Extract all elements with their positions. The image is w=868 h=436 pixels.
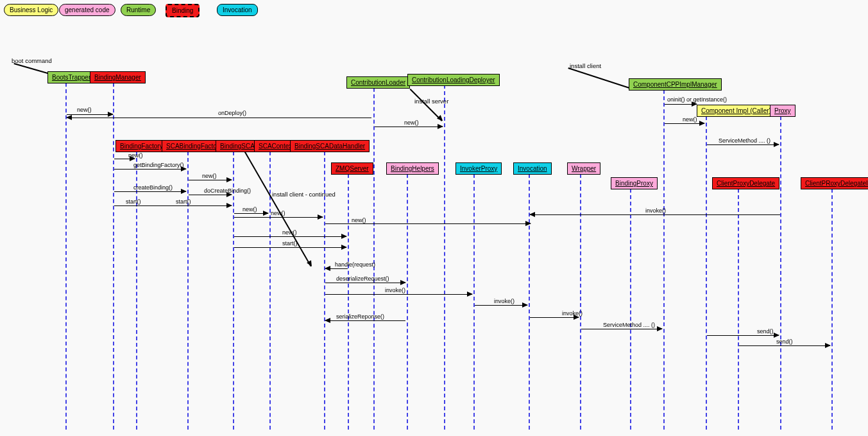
label-invoke4: invoke() <box>645 207 666 214</box>
msg-deserialize <box>325 283 405 283</box>
label-invoke1: invoke() <box>385 287 405 293</box>
label-deserialize: deserializeRequest() <box>336 275 389 282</box>
lifeline-scabindfact <box>187 152 189 430</box>
msg-servicemethod2 <box>581 329 662 329</box>
participant-componentcppimplmanager: ComponentCPPImplManager <box>629 78 722 91</box>
participant-bindingscadatahandler: BindingSCADataHandler <box>290 140 370 152</box>
lifeline-wrapper <box>580 174 581 430</box>
lifeline-clientpdimpl <box>831 189 833 430</box>
participant-zmqserver: ZMQServer <box>331 162 373 175</box>
participant-bindingproxy: BindingProxy <box>611 177 658 189</box>
participant-bindinghelpers: BindingHelpers <box>386 162 439 175</box>
msg-new-bindmgr <box>67 114 113 115</box>
participant-bindingmanager: BindingManager <box>90 71 146 83</box>
msg-serialize <box>325 320 405 321</box>
label-new1: new() <box>77 107 92 113</box>
label-createbind: createBinding() <box>133 184 173 191</box>
label-new7: new() <box>352 217 366 223</box>
label-send2: send() <box>776 338 793 345</box>
label-new2: new() <box>404 119 419 126</box>
legend-business: Business Logic <box>4 4 58 16</box>
participant-wrapper: Wrapper <box>567 162 600 175</box>
legend-runtime: Runtime <box>121 4 156 16</box>
lifeline-zmq <box>348 174 349 430</box>
participant-proxy: Proxy <box>770 105 796 117</box>
lifeline-boot <box>65 83 67 430</box>
participant-bootstrapper: BootsTrapper <box>47 71 95 83</box>
msg-invoke3 <box>530 317 579 318</box>
label-install-server: install server <box>414 98 448 105</box>
label-servicemethod: ServiceMethod .... () <box>719 137 770 144</box>
label-invoke3: invoke() <box>562 310 583 317</box>
lifeline-contribdeploy <box>444 85 445 430</box>
msg-new-bindsca <box>189 180 232 180</box>
msg-ondeploy <box>67 118 371 118</box>
lifeline-cppmgr <box>663 90 665 430</box>
participant-invocation: Invocation <box>513 162 552 175</box>
msg-invoke1 <box>325 294 472 295</box>
label-getbindfact: getBindingFactory() <box>133 162 184 168</box>
lifeline-invproxy <box>473 174 475 430</box>
label-oninit: oninit() or getInstance() <box>667 96 727 103</box>
msg-new-zmq <box>234 236 346 237</box>
lifeline-proxy <box>780 116 781 430</box>
msg-servicemethod <box>707 144 779 145</box>
msg-start-zmq <box>234 247 346 248</box>
label-new6: new() <box>271 210 285 216</box>
msg-new-scactx <box>234 213 268 214</box>
label-install-client-cont: install client - continued <box>272 191 336 198</box>
lifeline-bindhelp <box>407 174 408 430</box>
lifeline-clientpd <box>738 189 739 430</box>
label-ondeploy: onDeploy() <box>218 110 246 116</box>
msg-new-scadatah <box>234 217 323 218</box>
label-serialize: serializeReponse() <box>336 313 384 320</box>
participant-contributionloadingdeployer: ContributionLoadingDeployer <box>407 74 500 86</box>
msg-oninit <box>665 104 697 105</box>
msg-new-bindfact <box>114 159 135 159</box>
msg-invoke-left <box>530 214 780 215</box>
label-servicemethod2: ServiceMethod .... () <box>603 322 655 328</box>
participant-contributionloader: ContributionLoader <box>346 76 410 89</box>
lifeline-contribload <box>373 88 375 430</box>
msg-start1 <box>114 205 232 206</box>
label-new3: new() <box>128 152 143 159</box>
participant-clientproxydelegate: ClientProxyDelegate <box>712 177 779 189</box>
lifeline-compimpl <box>706 116 707 430</box>
msg-handle <box>325 268 348 269</box>
label-handle: handle(request) <box>335 261 375 268</box>
arrow-install-client <box>568 67 636 90</box>
arrow-install-server <box>410 89 443 121</box>
lifeline-bindproxy <box>630 189 631 430</box>
lifeline-bindmgr <box>113 83 114 430</box>
participant-bindingsca: BindingSCA <box>216 140 259 152</box>
legend-invocation: Invocation <box>217 4 258 16</box>
label-invoke2: invoke() <box>494 298 515 304</box>
msg-getbindfact <box>114 169 186 170</box>
label-boot-command: boot command <box>12 57 52 64</box>
lifeline-bindfact <box>136 152 137 430</box>
label-install-client: install client <box>570 62 601 69</box>
label-new5: new() <box>243 206 257 213</box>
label-new9: new() <box>683 116 697 123</box>
msg-createbind <box>114 191 186 192</box>
msg-docreatebind <box>189 195 232 195</box>
label-start3: start() <box>282 240 298 247</box>
legend-generated: generated code <box>59 4 115 16</box>
label-new4: new() <box>202 173 217 179</box>
label-start2: start() <box>176 198 191 205</box>
participant-invokerproxy: InvokerProxy <box>455 162 502 175</box>
msg-new-long <box>325 223 531 224</box>
msg-send2 <box>739 345 830 346</box>
msg-new-compimpl <box>665 123 704 124</box>
participant-bindingfactory: BindingFactory <box>115 140 167 152</box>
msg-send1 <box>707 335 779 336</box>
label-send1: send() <box>757 328 774 335</box>
msg-invoke2 <box>475 305 527 306</box>
label-docreatebind: doCreateBinding() <box>204 187 251 194</box>
msg-new-contribdeploy <box>375 126 443 127</box>
label-new8: new() <box>282 229 297 236</box>
label-start1: start() <box>126 198 141 205</box>
participant-componentimpl: Component Impl (Caller) <box>697 105 776 117</box>
legend-binding: Binding <box>166 4 200 17</box>
participant-clientproxydelegateimpl: ClientPRoxyDelegateImpl <box>801 177 868 189</box>
